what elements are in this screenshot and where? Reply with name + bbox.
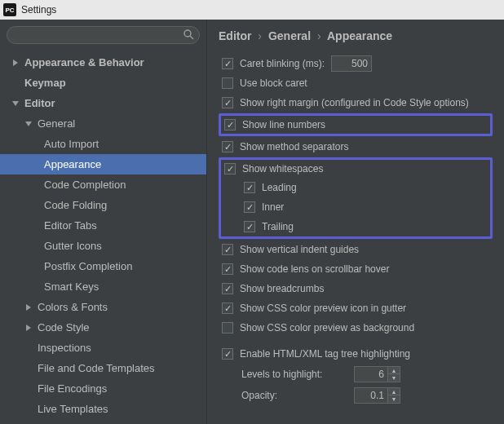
checkbox-show-line-numbers[interactable] [224,119,236,130]
option-label: Show whitespaces [242,163,323,174]
tree-label: Keymap [24,77,66,89]
checkbox-leading[interactable] [244,182,255,193]
tree-general[interactable]: General [0,113,206,134]
tree-label: Code Style [38,321,90,333]
tree-label: General [38,117,75,130]
tree-auto-import[interactable]: Auto Import [0,134,206,154]
checkbox-use-block-caret[interactable] [222,77,233,89]
checkbox-trailing[interactable] [244,221,255,232]
option-label: Caret blinking (ms): [240,58,325,69]
checkbox-caret-blinking[interactable] [222,58,233,69]
breadcrumb-item: General [268,29,311,42]
tree-postfix-completion[interactable]: Postfix Completion [0,256,206,276]
checkbox-css-preview-bg[interactable] [222,322,233,333]
svg-marker-5 [26,304,31,311]
opacity-step-up[interactable]: ▲ [388,388,400,395]
checkbox-vertical-indent-guides[interactable] [222,244,233,255]
checkbox-inner[interactable] [244,201,255,213]
svg-marker-3 [12,101,19,106]
row-opacity: Opacity: ▲ ▼ [219,385,493,406]
tree-code-style[interactable]: Code Style [0,317,206,338]
settings-sidebar: Appearance & Behavior Keymap Editor Gene… [0,20,207,424]
chevron-right-icon [24,324,33,332]
caret-blinking-input[interactable] [331,55,372,72]
tree-file-code-templates[interactable]: File and Code Templates [0,358,206,378]
option-label: Show line numbers [242,119,325,130]
option-vertical-indent-guides: Show vertical indent guides [219,240,493,259]
tree-label: Live Templates [38,403,108,415]
checkbox-css-preview-gutter[interactable] [222,303,233,314]
tree-inspections[interactable]: Inspections [0,338,206,358]
option-leading: Leading [221,178,490,197]
checkbox-show-whitespaces[interactable] [224,163,236,174]
breadcrumb-item: Editor [219,29,251,42]
tree-appearance[interactable]: Appearance [0,154,206,174]
app-icon: PC [3,3,16,16]
opacity-input[interactable] [354,387,388,404]
option-use-block-caret: Use block caret [219,73,493,93]
option-label: Show breadcrumbs [240,283,324,294]
chevron-right-icon: › [317,29,321,42]
tree-label: Inspections [38,342,91,354]
levels-input[interactable] [354,366,388,382]
option-show-right-margin: Show right margin (configured in Code St… [219,93,493,113]
option-trailing: Trailing [221,217,490,236]
svg-marker-2 [13,60,18,66]
search-input[interactable] [7,26,200,44]
option-breadcrumbs: Show breadcrumbs [219,279,493,298]
breadcrumb-item: Appearance [327,29,392,42]
checkbox-show-right-margin[interactable] [222,97,233,108]
option-show-method-separators: Show method separators [219,137,493,157]
tree-gutter-icons[interactable]: Gutter Icons [0,236,206,256]
tree-smart-keys[interactable]: Smart Keys [0,276,206,297]
opacity-step-down[interactable]: ▼ [388,395,400,403]
chevron-right-icon: › [258,29,262,42]
tree-colors-fonts[interactable]: Colors & Fonts [0,297,206,317]
chevron-down-icon [24,120,33,128]
chevron-down-icon [11,99,20,108]
levels-step-up[interactable]: ▲ [388,367,400,374]
tree-label: File Encodings [38,382,107,395]
option-label: Show vertical indent guides [240,244,359,255]
window-titlebar: PC Settings [0,0,504,20]
option-tag-tree-highlight: Enable HTML/XML tag tree highlighting [219,344,493,364]
option-caret-blinking: Caret blinking (ms): [219,54,493,73]
svg-marker-6 [26,325,31,331]
option-code-lens: Show code lens on scrollbar hover [219,259,493,279]
option-label: Show CSS color preview icon in gutter [240,303,406,314]
tree-label: Editor Tabs [44,219,97,232]
option-label: Show CSS color preview as background [240,322,414,333]
tree-live-templates[interactable]: Live Templates [0,399,206,419]
option-label: Trailing [262,221,294,232]
window-title: Settings [21,4,56,15]
settings-tree: Appearance & Behavior Keymap Editor Gene… [0,47,206,424]
checkbox-tag-tree-highlight[interactable] [222,348,233,360]
tree-code-folding[interactable]: Code Folding [0,195,206,215]
tree-label: Code Folding [44,199,107,211]
option-inner: Inner [221,197,490,217]
tree-appearance-behavior[interactable]: Appearance & Behavior [0,52,206,73]
tree-editor[interactable]: Editor [0,93,206,113]
chevron-right-icon [24,303,33,311]
tree-code-completion[interactable]: Code Completion [0,174,206,195]
tree-label: Editor [24,97,55,109]
tree-label: File and Code Templates [38,362,155,374]
highlight-line-numbers: Show line numbers [219,113,493,136]
tree-keymap[interactable]: Keymap [0,73,206,93]
checkbox-show-method-separators[interactable] [222,141,233,152]
option-label: Enable HTML/XML tag tree highlighting [240,348,410,360]
checkbox-breadcrumbs[interactable] [222,283,233,294]
tree-file-encodings[interactable]: File Encodings [0,378,206,399]
tree-editor-tabs[interactable]: Editor Tabs [0,215,206,236]
option-label: Show right margin (configured in Code St… [240,97,469,108]
levels-label: Levels to highlight: [241,369,347,380]
breadcrumb: Editor › General › Appearance [219,29,493,42]
checkbox-code-lens[interactable] [222,263,233,275]
settings-content: Editor › General › Appearance Caret blin… [207,20,504,424]
levels-step-down[interactable]: ▼ [388,374,400,382]
option-label: Show method separators [240,141,348,152]
option-css-preview-gutter: Show CSS color preview icon in gutter [219,298,493,318]
tree-label: Smart Keys [44,280,99,293]
tree-label: Colors & Fonts [38,301,108,313]
row-levels: Levels to highlight: ▲ ▼ [219,364,493,385]
